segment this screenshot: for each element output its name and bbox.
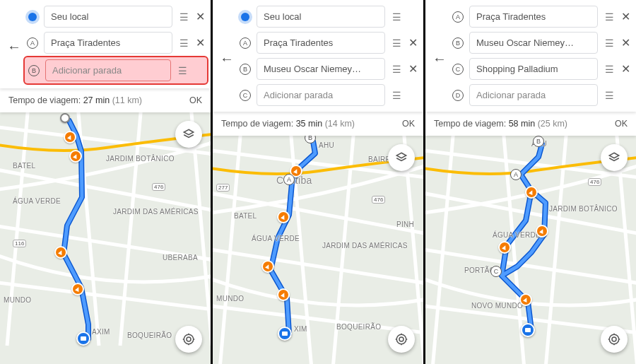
svg-point-13 bbox=[609, 334, 619, 344]
layers-button[interactable] bbox=[601, 144, 628, 171]
drag-handle-icon[interactable]: ☰ bbox=[389, 90, 402, 101]
stop-row: CShopping Palladium☰✕ bbox=[451, 58, 632, 80]
add-stop-field[interactable]: Adicionar parada bbox=[45, 59, 171, 81]
map-label: JARDIM DAS AMÉRICAS bbox=[322, 242, 408, 249]
remove-stop-button[interactable]: ✕ bbox=[194, 36, 206, 49]
drag-handle-icon[interactable]: ☰ bbox=[602, 37, 615, 49]
map-canvas[interactable]: AHUCuritibaBAIRROBATELÁGUA VERDEJARDIM D… bbox=[213, 136, 423, 364]
route-shield: 116 bbox=[13, 240, 26, 247]
add-stop-field[interactable]: Adicionar parada bbox=[469, 84, 598, 106]
map-label: JARDIM BOTÂNICO bbox=[106, 155, 175, 163]
stop-marker-D: D bbox=[451, 88, 465, 102]
svg-point-7 bbox=[396, 334, 406, 344]
drag-handle-icon[interactable]: ☰ bbox=[389, 37, 402, 49]
stops-list: Seu local☰APraça Tiradentes☰✕BMuseu Osca… bbox=[238, 6, 419, 112]
travel-time-summary: Tempo de viagem: 27 min (11 km)OK bbox=[0, 88, 211, 112]
my-location-button[interactable] bbox=[388, 326, 415, 353]
summary-distance: (14 km) bbox=[325, 119, 355, 129]
svg-point-1 bbox=[184, 334, 194, 344]
drag-handle-icon[interactable]: ☰ bbox=[177, 37, 189, 49]
stops-list: Seu local☰✕APraça Tiradentes☰✕BAdicionar… bbox=[25, 6, 206, 88]
back-button[interactable]: ← bbox=[217, 49, 237, 69]
map-label: AXIM bbox=[92, 328, 110, 336]
map-label: BOQUEIRÃO bbox=[336, 323, 381, 331]
stop-marker-A: A bbox=[25, 36, 40, 50]
add-stop-row: CAdicionar parada☰ bbox=[238, 84, 419, 106]
remove-stop-button[interactable]: ✕ bbox=[194, 10, 206, 23]
layers-button[interactable] bbox=[388, 144, 415, 171]
summary-distance: (25 km) bbox=[538, 119, 567, 129]
stop-field[interactable]: Museu Oscar Niemey… bbox=[469, 32, 598, 54]
stop-field[interactable]: Shopping Palladium bbox=[469, 58, 598, 80]
svg-point-6 bbox=[399, 337, 404, 341]
directions-header: ←APraça Tiradentes☰✕BMuseu Oscar Niemey…… bbox=[425, 0, 636, 112]
drag-handle-icon[interactable]: ☰ bbox=[602, 11, 615, 23]
map-label: JARDIM BOTÂNICO bbox=[549, 205, 618, 213]
remove-stop-button[interactable]: ✕ bbox=[406, 36, 419, 49]
drag-handle-icon[interactable]: ☰ bbox=[175, 65, 188, 76]
drag-handle-icon[interactable]: ☰ bbox=[389, 11, 402, 23]
map-label: ÁGUA VERDE bbox=[252, 235, 300, 242]
stop-row: BMuseu Oscar Niemey…☰✕ bbox=[451, 32, 632, 54]
add-stop-field[interactable]: Adicionar parada bbox=[257, 84, 385, 106]
stop-row: APraça Tiradentes☰✕ bbox=[25, 32, 206, 54]
stops-list: APraça Tiradentes☰✕BMuseu Oscar Niemey…☰… bbox=[451, 6, 632, 112]
svg-point-0 bbox=[187, 337, 191, 341]
remove-stop-button[interactable]: ✕ bbox=[619, 10, 632, 23]
waypoint-pin: A bbox=[283, 174, 295, 185]
map-canvas[interactable]: AHUJARDIM BOTÂNICOÁGUA VERDEPORTÃONOVO M… bbox=[425, 136, 636, 364]
drag-handle-icon[interactable]: ☰ bbox=[177, 11, 189, 23]
layers-button[interactable] bbox=[175, 121, 202, 148]
stop-field[interactable]: Praça Tiradentes bbox=[257, 32, 385, 54]
drag-handle-icon[interactable]: ☰ bbox=[602, 90, 615, 101]
summary-prefix: Tempo de viagem: bbox=[221, 119, 293, 129]
my-location-button[interactable] bbox=[601, 326, 628, 353]
drag-handle-icon[interactable]: ☰ bbox=[602, 64, 615, 75]
destination-pin bbox=[521, 323, 535, 337]
stop-field[interactable]: Seu local bbox=[44, 6, 172, 28]
travel-time-summary: Tempo de viagem: 58 min (25 km)OK bbox=[425, 112, 636, 136]
map-label: BATEL bbox=[13, 162, 35, 170]
stop-marker-A: A bbox=[451, 10, 465, 24]
back-button[interactable]: ← bbox=[430, 49, 449, 69]
origin-pin bbox=[60, 113, 70, 123]
add-stop-row: BAdicionar parada☰ bbox=[23, 56, 208, 85]
screenshot-panel: ←APraça Tiradentes☰✕BMuseu Oscar Niemey…… bbox=[425, 0, 636, 364]
turn-marker-icon bbox=[525, 186, 538, 199]
turn-marker-icon bbox=[277, 288, 290, 301]
map-label: XIM bbox=[294, 325, 307, 333]
directions-header: ←Seu local☰✕APraça Tiradentes☰✕BAdiciona… bbox=[0, 0, 211, 88]
stop-row: APraça Tiradentes☰✕ bbox=[451, 6, 632, 28]
summary-prefix: Tempo de viagem: bbox=[8, 95, 81, 105]
stop-marker-C: C bbox=[238, 88, 252, 102]
stop-marker-B: B bbox=[238, 62, 252, 76]
drag-handle-icon[interactable]: ☰ bbox=[389, 64, 402, 75]
back-button[interactable]: ← bbox=[4, 37, 24, 57]
map-label: UBERABA bbox=[163, 254, 198, 262]
stop-marker-B: B bbox=[27, 64, 41, 78]
directions-header: ←Seu local☰APraça Tiradentes☰✕BMuseu Osc… bbox=[213, 0, 423, 112]
summary-time: 27 min bbox=[83, 95, 110, 105]
stop-field[interactable]: Praça Tiradentes bbox=[469, 6, 598, 28]
ok-button[interactable]: OK bbox=[615, 119, 628, 129]
remove-stop-button[interactable]: ✕ bbox=[406, 62, 419, 76]
my-location-button[interactable] bbox=[175, 326, 202, 353]
stop-marker-C: C bbox=[451, 62, 465, 76]
ok-button[interactable]: OK bbox=[402, 119, 415, 129]
stop-field[interactable]: Praça Tiradentes bbox=[44, 32, 172, 54]
turn-marker-icon bbox=[519, 293, 532, 306]
stop-field[interactable]: Museu Oscar Niemey… bbox=[257, 58, 385, 80]
stop-field[interactable]: Seu local bbox=[257, 6, 385, 28]
travel-time-summary: Tempo de viagem: 35 min (14 km)OK bbox=[213, 112, 423, 136]
map-label: ÁGUA VERDE bbox=[493, 231, 541, 239]
map-label: PINH bbox=[396, 221, 414, 228]
screenshot-panel: ←Seu local☰APraça Tiradentes☰✕BMuseu Osc… bbox=[213, 0, 423, 364]
remove-stop-button[interactable]: ✕ bbox=[619, 36, 632, 49]
map-canvas[interactable]: BATELJARDIM BOTÂNICOÁGUA VERDEJARDIM DAS… bbox=[0, 112, 211, 364]
map-label: JARDIM DAS AMÉRICAS bbox=[113, 208, 199, 216]
stop-marker-B: B bbox=[451, 36, 465, 50]
remove-stop-button[interactable]: ✕ bbox=[619, 62, 632, 76]
stop-marker-A: A bbox=[238, 36, 252, 50]
stop-row: Seu local☰✕ bbox=[25, 6, 206, 28]
ok-button[interactable]: OK bbox=[189, 95, 202, 105]
